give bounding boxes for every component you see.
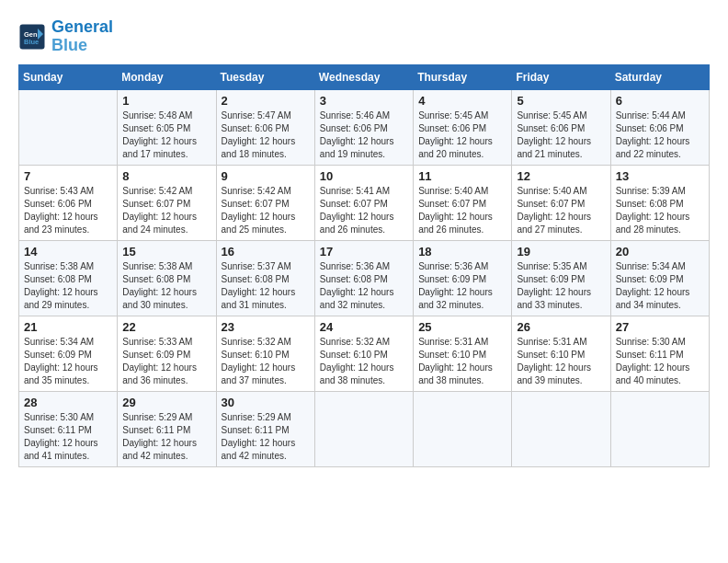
calendar-cell: 4Sunrise: 5:45 AMSunset: 6:06 PMDaylight… bbox=[414, 89, 512, 165]
calendar-cell: 5Sunrise: 5:45 AMSunset: 6:06 PMDaylight… bbox=[512, 89, 610, 165]
calendar-cell: 3Sunrise: 5:46 AMSunset: 6:06 PMDaylight… bbox=[314, 89, 413, 165]
logo-icon: Gen Blue bbox=[18, 23, 46, 51]
calendar-cell: 6Sunrise: 5:44 AMSunset: 6:06 PMDaylight… bbox=[610, 89, 709, 165]
calendar-cell bbox=[19, 89, 118, 165]
calendar-cell: 10Sunrise: 5:41 AMSunset: 6:07 PMDayligh… bbox=[314, 165, 413, 240]
calendar-cell bbox=[610, 391, 709, 466]
day-info: Sunrise: 5:42 AMSunset: 6:07 PMDaylight:… bbox=[222, 185, 310, 236]
calendar-cell: 12Sunrise: 5:40 AMSunset: 6:07 PMDayligh… bbox=[512, 165, 610, 240]
day-info: Sunrise: 5:37 AMSunset: 6:08 PMDaylight:… bbox=[222, 260, 310, 312]
day-info: Sunrise: 5:39 AMSunset: 6:08 PMDaylight:… bbox=[616, 185, 704, 236]
page-header: Gen Blue GeneralBlue bbox=[18, 18, 710, 55]
calendar-cell: 17Sunrise: 5:36 AMSunset: 6:08 PMDayligh… bbox=[314, 240, 413, 316]
calendar-cell bbox=[414, 391, 512, 466]
day-number: 4 bbox=[418, 94, 506, 108]
day-number: 29 bbox=[122, 396, 210, 409]
day-number: 25 bbox=[418, 320, 506, 334]
day-info: Sunrise: 5:29 AMSunset: 6:11 PMDaylight:… bbox=[122, 411, 210, 463]
day-info: Sunrise: 5:38 AMSunset: 6:08 PMDaylight:… bbox=[24, 260, 112, 312]
day-number: 13 bbox=[616, 169, 704, 183]
day-number: 26 bbox=[517, 320, 605, 334]
day-info: Sunrise: 5:36 AMSunset: 6:09 PMDaylight:… bbox=[418, 260, 506, 312]
column-header-saturday: Saturday bbox=[610, 64, 709, 89]
day-number: 12 bbox=[517, 169, 605, 183]
calendar-cell: 7Sunrise: 5:43 AMSunset: 6:06 PMDaylight… bbox=[19, 165, 118, 240]
day-info: Sunrise: 5:38 AMSunset: 6:08 PMDaylight:… bbox=[122, 260, 210, 312]
day-number: 7 bbox=[24, 169, 112, 183]
day-number: 17 bbox=[320, 245, 408, 259]
column-header-wednesday: Wednesday bbox=[314, 64, 413, 89]
calendar-cell: 21Sunrise: 5:34 AMSunset: 6:09 PMDayligh… bbox=[19, 316, 118, 391]
day-number: 27 bbox=[616, 320, 704, 334]
day-number: 9 bbox=[222, 169, 310, 183]
calendar-table: SundayMondayTuesdayWednesdayThursdayFrid… bbox=[18, 64, 710, 467]
day-info: Sunrise: 5:31 AMSunset: 6:10 PMDaylight:… bbox=[517, 336, 605, 387]
day-info: Sunrise: 5:46 AMSunset: 6:06 PMDaylight:… bbox=[320, 109, 408, 161]
day-number: 16 bbox=[222, 245, 310, 259]
day-number: 18 bbox=[418, 245, 506, 259]
day-number: 23 bbox=[222, 320, 310, 334]
column-header-tuesday: Tuesday bbox=[216, 64, 314, 89]
day-info: Sunrise: 5:34 AMSunset: 6:09 PMDaylight:… bbox=[24, 336, 112, 387]
day-info: Sunrise: 5:48 AMSunset: 6:05 PMDaylight:… bbox=[122, 109, 210, 161]
day-info: Sunrise: 5:35 AMSunset: 6:09 PMDaylight:… bbox=[517, 260, 605, 312]
day-number: 19 bbox=[517, 245, 605, 259]
column-header-monday: Monday bbox=[118, 64, 216, 89]
column-header-thursday: Thursday bbox=[414, 64, 512, 89]
day-info: Sunrise: 5:32 AMSunset: 6:10 PMDaylight:… bbox=[222, 336, 310, 387]
calendar-cell: 28Sunrise: 5:30 AMSunset: 6:11 PMDayligh… bbox=[19, 391, 118, 466]
calendar-cell: 22Sunrise: 5:33 AMSunset: 6:09 PMDayligh… bbox=[118, 316, 216, 391]
calendar-cell: 16Sunrise: 5:37 AMSunset: 6:08 PMDayligh… bbox=[216, 240, 314, 316]
day-number: 30 bbox=[222, 396, 310, 409]
day-number: 22 bbox=[122, 320, 210, 334]
svg-text:Blue: Blue bbox=[24, 37, 39, 45]
day-number: 10 bbox=[320, 169, 408, 183]
logo: Gen Blue GeneralBlue bbox=[18, 18, 113, 55]
column-header-friday: Friday bbox=[512, 64, 610, 89]
calendar-cell: 19Sunrise: 5:35 AMSunset: 6:09 PMDayligh… bbox=[512, 240, 610, 316]
day-number: 11 bbox=[418, 169, 506, 183]
day-info: Sunrise: 5:45 AMSunset: 6:06 PMDaylight:… bbox=[418, 109, 506, 161]
day-info: Sunrise: 5:41 AMSunset: 6:07 PMDaylight:… bbox=[320, 185, 408, 236]
day-info: Sunrise: 5:42 AMSunset: 6:07 PMDaylight:… bbox=[122, 185, 210, 236]
calendar-cell: 27Sunrise: 5:30 AMSunset: 6:11 PMDayligh… bbox=[610, 316, 709, 391]
calendar-cell: 2Sunrise: 5:47 AMSunset: 6:06 PMDaylight… bbox=[216, 89, 314, 165]
day-info: Sunrise: 5:40 AMSunset: 6:07 PMDaylight:… bbox=[418, 185, 506, 236]
day-info: Sunrise: 5:32 AMSunset: 6:10 PMDaylight:… bbox=[320, 336, 408, 387]
calendar-cell: 8Sunrise: 5:42 AMSunset: 6:07 PMDaylight… bbox=[118, 165, 216, 240]
calendar-cell: 15Sunrise: 5:38 AMSunset: 6:08 PMDayligh… bbox=[118, 240, 216, 316]
calendar-cell: 23Sunrise: 5:32 AMSunset: 6:10 PMDayligh… bbox=[216, 316, 314, 391]
day-info: Sunrise: 5:34 AMSunset: 6:09 PMDaylight:… bbox=[616, 260, 704, 312]
day-info: Sunrise: 5:47 AMSunset: 6:06 PMDaylight:… bbox=[222, 109, 310, 161]
day-number: 14 bbox=[24, 245, 112, 259]
calendar-cell: 14Sunrise: 5:38 AMSunset: 6:08 PMDayligh… bbox=[19, 240, 118, 316]
calendar-cell: 11Sunrise: 5:40 AMSunset: 6:07 PMDayligh… bbox=[414, 165, 512, 240]
calendar-cell: 18Sunrise: 5:36 AMSunset: 6:09 PMDayligh… bbox=[414, 240, 512, 316]
calendar-cell bbox=[314, 391, 413, 466]
day-number: 24 bbox=[320, 320, 408, 334]
day-info: Sunrise: 5:43 AMSunset: 6:06 PMDaylight:… bbox=[24, 185, 112, 236]
day-number: 6 bbox=[616, 94, 704, 108]
day-number: 3 bbox=[320, 94, 408, 108]
calendar-cell: 1Sunrise: 5:48 AMSunset: 6:05 PMDaylight… bbox=[118, 89, 216, 165]
logo-text: GeneralBlue bbox=[51, 18, 113, 55]
calendar-cell: 20Sunrise: 5:34 AMSunset: 6:09 PMDayligh… bbox=[610, 240, 709, 316]
day-number: 1 bbox=[122, 94, 210, 108]
calendar-cell: 9Sunrise: 5:42 AMSunset: 6:07 PMDaylight… bbox=[216, 165, 314, 240]
day-info: Sunrise: 5:36 AMSunset: 6:08 PMDaylight:… bbox=[320, 260, 408, 312]
calendar-cell: 30Sunrise: 5:29 AMSunset: 6:11 PMDayligh… bbox=[216, 391, 314, 466]
column-header-sunday: Sunday bbox=[19, 64, 118, 89]
calendar-cell: 24Sunrise: 5:32 AMSunset: 6:10 PMDayligh… bbox=[314, 316, 413, 391]
calendar-cell bbox=[512, 391, 610, 466]
day-number: 8 bbox=[122, 169, 210, 183]
day-number: 20 bbox=[616, 245, 704, 259]
day-info: Sunrise: 5:30 AMSunset: 6:11 PMDaylight:… bbox=[24, 411, 112, 463]
day-info: Sunrise: 5:33 AMSunset: 6:09 PMDaylight:… bbox=[122, 336, 210, 387]
day-number: 15 bbox=[122, 245, 210, 259]
day-info: Sunrise: 5:29 AMSunset: 6:11 PMDaylight:… bbox=[222, 411, 310, 463]
day-info: Sunrise: 5:40 AMSunset: 6:07 PMDaylight:… bbox=[517, 185, 605, 236]
day-info: Sunrise: 5:30 AMSunset: 6:11 PMDaylight:… bbox=[616, 336, 704, 387]
day-number: 28 bbox=[24, 396, 112, 409]
day-number: 21 bbox=[24, 320, 112, 334]
calendar-cell: 29Sunrise: 5:29 AMSunset: 6:11 PMDayligh… bbox=[118, 391, 216, 466]
